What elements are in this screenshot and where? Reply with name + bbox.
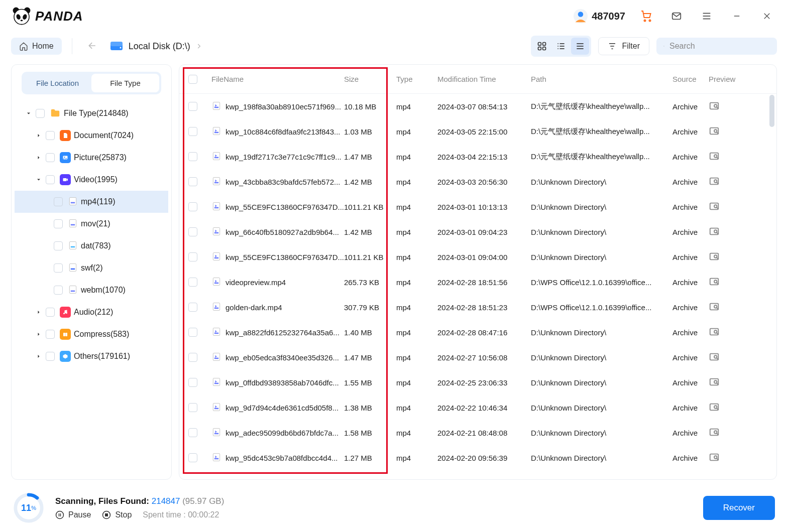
table-row[interactable]: kwp_9d7d94c4de6361cd5d05f8...1.38 MBmp42… (179, 395, 776, 420)
preview-button[interactable] (709, 326, 745, 339)
scrollbar-thumb[interactable] (769, 95, 774, 127)
row-checkbox[interactable] (188, 102, 197, 111)
row-checkbox[interactable] (188, 177, 197, 186)
mail-icon[interactable] (667, 7, 686, 25)
col-preview[interactable]: Preview (709, 75, 745, 83)
table-row[interactable]: kwp_10c884c6f8dfaa9fc213f843...1.03 MBmp… (179, 119, 776, 144)
tree-item-8[interactable]: webm(1070) (15, 279, 168, 301)
table-row[interactable]: kwp_55CE9FC13860CF976347D...1011.21 KBmp… (179, 244, 776, 270)
tree-item-7[interactable]: swf(2) (15, 257, 168, 279)
row-checkbox[interactable] (188, 127, 197, 136)
table-row[interactable]: videopreview.mp4265.73 KBmp42024-02-28 1… (179, 270, 776, 295)
row-checkbox[interactable] (188, 152, 197, 161)
preview-button[interactable] (709, 427, 745, 439)
row-checkbox[interactable] (188, 353, 197, 362)
preview-button[interactable] (709, 301, 745, 314)
tree-checkbox[interactable] (46, 352, 55, 361)
search-box[interactable] (656, 38, 777, 55)
tree-item-2[interactable]: Picture(25873) (15, 147, 168, 169)
table-row[interactable]: kwp_a8822fd6125232764a35a6...1.40 MBmp42… (179, 320, 776, 345)
row-checkbox[interactable] (188, 428, 197, 437)
scrollbar[interactable] (769, 95, 774, 461)
tree-item-11[interactable]: Others(179161) (15, 345, 168, 367)
header-checkbox[interactable] (188, 75, 197, 84)
preview-button[interactable] (709, 201, 745, 213)
user-badge[interactable]: 487097 (574, 9, 625, 23)
table-row[interactable]: kwp_0ffdbd93893858ab7046dfc...1.55 MBmp4… (179, 370, 776, 395)
preview-button[interactable] (709, 351, 745, 364)
tree-checkbox[interactable] (46, 330, 55, 339)
tree-checkbox[interactable] (54, 263, 63, 273)
table-row[interactable]: golden-dark.mp4307.79 KBmp42024-02-28 18… (179, 295, 776, 320)
tab-file-type[interactable]: File Type (91, 74, 159, 92)
recover-button[interactable]: Recover (703, 496, 775, 520)
tree-checkbox[interactable] (46, 153, 55, 162)
row-checkbox[interactable] (188, 252, 197, 261)
row-checkbox[interactable] (188, 278, 197, 287)
col-size[interactable]: Size (344, 75, 396, 83)
preview-button[interactable] (709, 452, 745, 464)
view-compact-button[interactable] (552, 38, 570, 55)
table-row[interactable]: kwp_adec95099db6bd67bfdc7a...1.58 MBmp42… (179, 420, 776, 445)
row-checkbox[interactable] (188, 303, 197, 312)
tree-checkbox[interactable] (36, 109, 45, 118)
breadcrumb[interactable]: Local Disk (D:\) (109, 40, 202, 52)
col-path[interactable]: Path (531, 75, 672, 83)
row-checkbox[interactable] (188, 328, 197, 337)
search-input[interactable] (669, 42, 770, 51)
back-button[interactable] (82, 38, 102, 55)
view-grid-button[interactable] (533, 38, 551, 55)
preview-button[interactable] (709, 402, 745, 414)
tree-item-0[interactable]: File Type(214848) (15, 102, 168, 124)
tree-item-1[interactable]: Document(7024) (15, 124, 168, 147)
stop-button[interactable]: Stop (102, 510, 132, 519)
preview-button[interactable] (709, 376, 745, 389)
tab-file-location[interactable]: File Location (24, 74, 91, 92)
tree-checkbox[interactable] (54, 286, 63, 295)
preview-button[interactable] (709, 100, 745, 113)
col-mtime[interactable]: Modification Time (437, 75, 531, 83)
menu-icon[interactable] (698, 7, 716, 25)
cart-icon[interactable] (637, 7, 655, 25)
tree-item-4[interactable]: mp4(119) (15, 191, 168, 213)
table-row[interactable]: kwp_95dc453c9b7a08fdbcc4d4...1.27 MBmp42… (179, 445, 776, 470)
tree-checkbox[interactable] (46, 131, 55, 140)
table-row[interactable]: kwp_55CE9FC13860CF976347D...1011.21 KBmp… (179, 194, 776, 219)
minimize-button[interactable] (728, 7, 746, 25)
row-checkbox[interactable] (188, 453, 197, 462)
file-source: Archive (672, 278, 709, 287)
close-button[interactable] (758, 7, 776, 25)
preview-button[interactable] (709, 125, 745, 138)
row-checkbox[interactable] (188, 227, 197, 236)
preview-button[interactable] (709, 226, 745, 238)
tree-checkbox[interactable] (46, 175, 55, 184)
table-row[interactable]: kwp_eb05edca3f8340ee35d326...1.47 MBmp42… (179, 345, 776, 370)
tree-item-3[interactable]: Video(1995) (15, 169, 168, 191)
tree-checkbox[interactable] (46, 308, 55, 317)
col-filename[interactable]: FileName (209, 75, 344, 83)
preview-button[interactable] (709, 151, 745, 163)
table-row[interactable]: kwp_43cbba83c9bafdc57feb572...1.42 MBmp4… (179, 169, 776, 194)
filter-button[interactable]: Filter (598, 37, 649, 55)
row-checkbox[interactable] (188, 378, 197, 387)
preview-button[interactable] (709, 276, 745, 289)
tree-checkbox[interactable] (54, 219, 63, 228)
tree-item-9[interactable]: Audio(212) (15, 301, 168, 323)
tree-checkbox[interactable] (54, 197, 63, 206)
preview-button[interactable] (709, 176, 745, 188)
tree-item-10[interactable]: Compress(583) (15, 323, 168, 345)
col-type[interactable]: Type (396, 75, 437, 83)
pause-button[interactable]: Pause (55, 510, 91, 519)
table-row[interactable]: kwp_66c40fb5180927a2db9b64...1.42 MBmp42… (179, 219, 776, 244)
home-button[interactable]: Home (11, 38, 62, 55)
table-row[interactable]: kwp_198f8a30ab8910ec571f969...10.18 MBmp… (179, 94, 776, 119)
row-checkbox[interactable] (188, 202, 197, 211)
view-list-button[interactable] (571, 38, 589, 55)
col-source[interactable]: Source (672, 75, 709, 83)
preview-button[interactable] (709, 251, 745, 263)
tree-checkbox[interactable] (54, 241, 63, 250)
table-row[interactable]: kwp_19df2717c3e77c1c9c7ff1c9...1.47 MBmp… (179, 144, 776, 169)
tree-item-5[interactable]: mov(21) (15, 213, 168, 235)
tree-item-6[interactable]: dat(783) (15, 235, 168, 257)
row-checkbox[interactable] (188, 403, 197, 412)
